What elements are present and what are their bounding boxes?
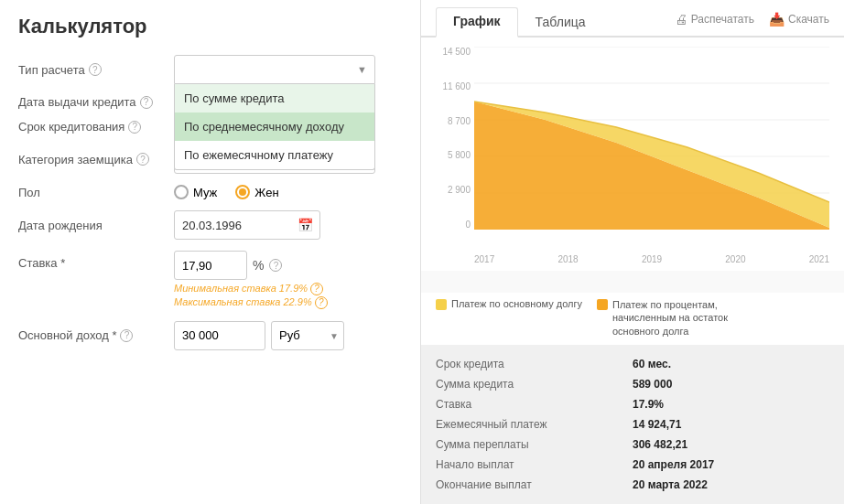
min-rate-help-icon[interactable]: ? [310, 283, 323, 295]
max-rate-hint: Максимальная ставка 22.9% ? [174, 295, 402, 309]
x-label-2021: 2021 [809, 254, 829, 264]
legend-dot-principal [436, 299, 447, 310]
chart-legend: Платеж по основному долгу Платеж по проц… [421, 293, 844, 345]
print-button[interactable]: 🖨 Распечатать [675, 12, 754, 27]
y-label-11600: 11 600 [436, 81, 474, 91]
summary-value-3: 14 924,71 [633, 414, 829, 434]
legend-dot-interest [597, 299, 608, 310]
interest-area [474, 102, 829, 230]
print-icon: 🖨 [675, 12, 687, 27]
summary-value-0: 60 мес. [633, 354, 829, 374]
max-rate-help-icon[interactable]: ? [315, 296, 328, 309]
gender-row: Пол Муж Жен [18, 185, 402, 199]
summary-label-6: Окончание выплат [436, 475, 633, 495]
chart-svg [474, 47, 829, 230]
credit-term-label: Срок кредитования ? [18, 120, 174, 134]
income-control: Руб ▼ [174, 321, 402, 350]
tab-table[interactable]: Таблица [518, 8, 603, 38]
income-row: Основной доход * ? Руб ▼ [18, 321, 402, 350]
x-label-2019: 2019 [642, 254, 662, 264]
birth-date-control: 📅 [174, 210, 402, 240]
summary-label-4: Сумма переплаты [436, 434, 633, 455]
summary-table: Срок кредита 60 мес. Сумма кредита 589 0… [421, 345, 844, 504]
gender-control: Муж Жен [174, 185, 402, 199]
calculator-title: Калькулятор [18, 15, 402, 38]
gender-female-radio[interactable] [235, 185, 250, 199]
right-panel: График Таблица 🖨 Распечатать 📥 Скачать 1… [421, 0, 844, 504]
calculator-panel: Калькулятор Тип расчета ? ▼ По сумме кре… [0, 0, 421, 504]
summary-label-1: Сумма кредита [436, 374, 633, 394]
loan-type-option-sum[interactable]: По сумме кредита [175, 84, 374, 113]
y-label-0: 0 [436, 220, 474, 230]
rate-hints: Минимальная ставка 17.9% ? Максимальная … [174, 282, 402, 310]
borrower-category-help-icon[interactable]: ? [136, 153, 149, 166]
summary-value-4: 306 482,21 [633, 434, 829, 455]
tabs-actions: 🖨 Распечатать 📥 Скачать [675, 12, 829, 32]
rate-input[interactable] [174, 251, 247, 280]
legend-label-principal: Платеж по основному долгу [451, 298, 582, 309]
y-label-5800: 5 800 [436, 150, 474, 160]
chart-container: 14 500 11 600 8 700 5 800 2 900 0 [436, 47, 829, 248]
y-axis: 14 500 11 600 8 700 5 800 2 900 0 [436, 47, 474, 230]
dropdown-arrow-icon: ▼ [357, 64, 367, 75]
loan-type-label: Тип расчета ? [18, 63, 174, 77]
loan-type-option-payment[interactable]: По ежемесячному платежу [175, 141, 374, 169]
birth-date-input-wrapper: 📅 [174, 210, 320, 240]
loan-type-help-icon[interactable]: ? [89, 63, 102, 76]
issue-date-label: Дата выдачи кредита ? [18, 95, 174, 109]
currency-dropdown[interactable]: Руб ▼ [271, 321, 344, 350]
tab-graph[interactable]: График [436, 7, 518, 38]
x-label-2018: 2018 [557, 254, 578, 264]
x-label-2020: 2020 [725, 254, 745, 264]
y-label-14500: 14 500 [436, 47, 474, 57]
download-icon: 📥 [769, 12, 784, 27]
calendar-icon: 📅 [298, 218, 313, 232]
credit-term-help-icon[interactable]: ? [128, 121, 141, 134]
income-label: Основной доход * ? [18, 328, 174, 342]
legend-item-principal: Платеж по основному долгу [436, 298, 582, 338]
rate-label: Ставка * [18, 251, 174, 270]
summary-label-5: Начало выплат [436, 455, 633, 475]
income-input[interactable] [174, 321, 265, 350]
borrower-category-label: Категория заемщика ? [18, 153, 174, 166]
gender-male-radio[interactable] [174, 185, 189, 199]
rate-help-icon[interactable]: ? [269, 259, 282, 272]
x-label-2017: 2017 [474, 254, 494, 264]
legend-label-interest: Платеж по процентам, начисленным на оста… [612, 298, 759, 338]
birth-date-label: Дата рождения [18, 219, 174, 232]
loan-type-option-income[interactable]: По среднемесячному доходу [175, 113, 374, 141]
summary-value-6: 20 марта 2022 [633, 475, 829, 495]
summary-label-3: Ежемесячный платеж [436, 414, 633, 434]
gender-radio-group: Муж Жен [174, 185, 402, 199]
rate-row: Ставка * % ? Минимальная ставка 17.9% ? … [18, 251, 402, 310]
y-label-8700: 8 700 [436, 116, 474, 126]
tabs-row: График Таблица 🖨 Распечатать 📥 Скачать [421, 0, 844, 38]
summary-label-0: Срок кредита [436, 354, 633, 374]
percent-label: % [253, 258, 264, 273]
gender-male-option[interactable]: Муж [174, 185, 217, 199]
rate-wrapper: % ? [174, 251, 402, 280]
income-wrapper: Руб ▼ [174, 321, 402, 350]
y-label-2900: 2 900 [436, 185, 474, 195]
gender-female-option[interactable]: Жен [235, 185, 278, 199]
summary-value-2: 17.9% [633, 394, 829, 414]
issue-date-help-icon[interactable]: ? [140, 96, 153, 109]
currency-select[interactable]: Руб [271, 321, 344, 350]
loan-type-row: Тип расчета ? ▼ По сумме кредита По сред… [18, 55, 402, 84]
legend-item-interest: Платеж по процентам, начисленным на оста… [597, 298, 759, 338]
loan-type-menu: По сумме кредита По среднемесячному дохо… [174, 84, 375, 170]
income-help-icon[interactable]: ? [120, 329, 133, 342]
summary-value-5: 20 апреля 2017 [633, 455, 829, 475]
loan-type-dropdown[interactable]: ▼ По сумме кредита По среднемесячному до… [174, 55, 375, 84]
summary-value-1: 589 000 [633, 374, 829, 394]
loan-type-control: ▼ По сумме кредита По среднемесячному до… [174, 55, 402, 84]
min-rate-hint: Минимальная ставка 17.9% ? [174, 282, 402, 295]
gender-label: Пол [18, 186, 174, 199]
download-button[interactable]: 📥 Скачать [769, 12, 829, 27]
gender-female-radio-dot [239, 188, 246, 196]
loan-type-trigger[interactable]: ▼ [174, 55, 375, 84]
x-axis: 2017 2018 2019 2020 2021 [436, 254, 829, 264]
summary-label-2: Ставка [436, 394, 633, 414]
rate-control: % ? Минимальная ставка 17.9% ? Максималь… [174, 251, 402, 310]
birth-date-row: Дата рождения 📅 [18, 210, 402, 240]
